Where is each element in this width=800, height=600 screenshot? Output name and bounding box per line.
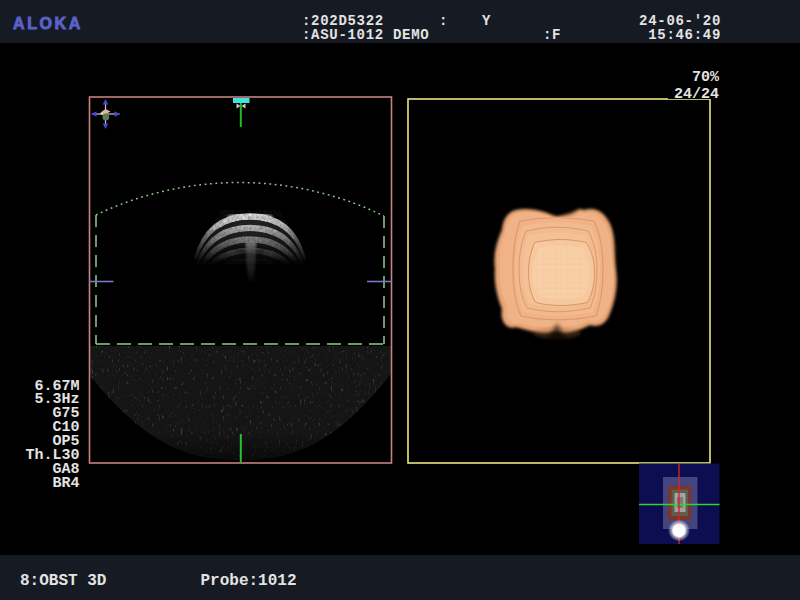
svg-text:8:OBST 3D: 8:OBST 3D: [20, 572, 106, 590]
svg-text:15:46:49: 15:46:49: [648, 27, 721, 43]
svg-text:Y: Y: [482, 13, 491, 29]
svg-text:70%: 70%: [692, 69, 720, 86]
svg-text:Probe:1012: Probe:1012: [201, 572, 297, 590]
svg-text::ASU-1012 DEMO: :ASU-1012 DEMO: [302, 27, 429, 43]
svg-text:24/24: 24/24: [674, 86, 719, 103]
svg-text:ALOKA: ALOKA: [13, 15, 83, 32]
svg-text::: :: [439, 13, 448, 29]
svg-text:BR4: BR4: [52, 475, 79, 492]
svg-text::F: :F: [543, 27, 561, 43]
